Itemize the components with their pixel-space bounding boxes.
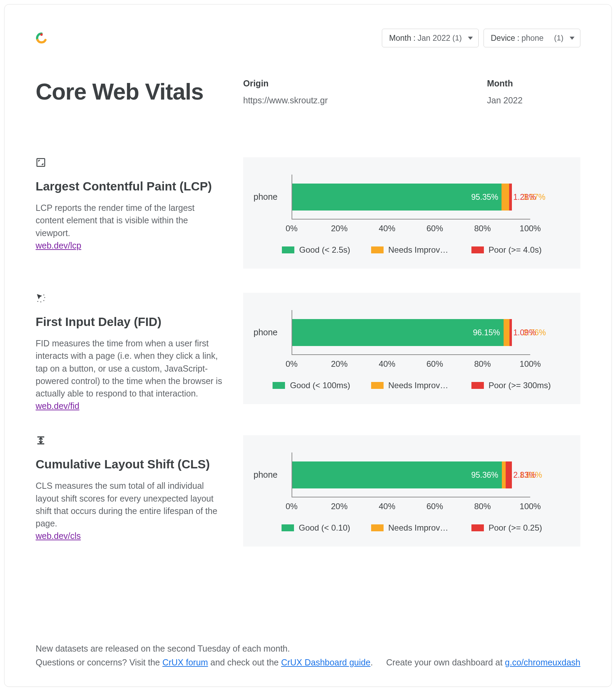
stacked-bar: 95.35% 3.37% 1.28% xyxy=(292,184,512,211)
swatch-icon xyxy=(471,246,484,253)
month-filter-dropdown[interactable]: Month: Jan 2022 (1) xyxy=(382,29,479,47)
legend-poor: Poor (>= 300ms) xyxy=(471,381,551,390)
metric-title: Cumulative Layout Shift (CLS) xyxy=(36,457,222,471)
footer: New datasets are released on the second … xyxy=(36,642,580,669)
poor-value: 1.09% xyxy=(513,328,536,337)
swatch-icon xyxy=(371,382,384,389)
legend-poor: Poor (>= 4.0s) xyxy=(471,245,542,255)
svg-point-0 xyxy=(40,34,43,36)
metric-desc-text: LCP reports the render time of the large… xyxy=(36,202,222,239)
metric-doc-link[interactable]: web.dev/fid xyxy=(36,401,79,411)
device-filter-value: phone xyxy=(522,34,544,43)
svg-point-2 xyxy=(37,301,38,302)
swatch-icon xyxy=(371,246,384,253)
legend-good: Good (< 0.10) xyxy=(282,523,350,533)
swatch-icon xyxy=(282,524,294,531)
metric-doc-link[interactable]: web.dev/cls xyxy=(36,531,81,541)
footer-line2: Questions or concerns? Visit the CrUX fo… xyxy=(36,655,373,669)
axis-tick: 0% xyxy=(286,502,298,511)
legend-poor: Poor (>= 0.25) xyxy=(471,523,542,533)
metric-description: First Input Delay (FID) FID measures the… xyxy=(36,293,243,411)
axis-tick: 60% xyxy=(426,502,443,511)
svg-point-4 xyxy=(44,300,45,301)
bar-segment-needs-improvement: 2.76% xyxy=(504,319,510,346)
metric-title: First Input Delay (FID) xyxy=(36,315,222,329)
legend-needs-improvement: Needs Improvement xyxy=(371,245,451,255)
device-filter-count: (1) xyxy=(554,34,563,43)
axis-tick: 80% xyxy=(474,502,491,511)
axis-tick: 40% xyxy=(379,359,395,369)
good-value: 96.15% xyxy=(473,328,500,337)
axis-tick: 80% xyxy=(474,359,491,369)
svg-rect-1 xyxy=(37,159,45,167)
swatch-icon xyxy=(471,524,484,531)
month-filter-value: Jan 2022 xyxy=(417,34,450,43)
metric-description: Cumulative Layout Shift (CLS) CLS measur… xyxy=(36,435,243,541)
origin-meta: Origin https://www.skroutz.gr xyxy=(243,78,487,105)
axis-tick: 60% xyxy=(426,359,443,369)
metric-row-cls: Cumulative Layout Shift (CLS) CLS measur… xyxy=(36,435,580,547)
chart-legend: Good (< 0.10) Needs Improvement Poor (>=… xyxy=(254,523,570,533)
page-title: Core Web Vitals xyxy=(36,78,243,105)
poor-value: 1.28% xyxy=(513,193,536,202)
crux-forum-link[interactable]: CrUX forum xyxy=(162,657,208,667)
swatch-icon xyxy=(471,382,484,389)
legend-good: Good (< 100ms) xyxy=(273,381,350,390)
chromeuxdash-link[interactable]: g.co/chromeuxdash xyxy=(505,657,580,667)
filter-bar: Month: Jan 2022 (1) Device: phone (1) xyxy=(382,29,580,47)
chart-category-label: phone xyxy=(254,327,278,337)
bar-segment-poor: 1.09% xyxy=(509,319,512,346)
metric-doc-link[interactable]: web.dev/lcp xyxy=(36,241,81,250)
stacked-bar: 96.15% 2.76% 1.09% xyxy=(292,319,512,346)
origin-value: https://www.skroutz.gr xyxy=(243,95,487,105)
caret-down-icon xyxy=(468,37,473,40)
chart-category-label: phone xyxy=(254,470,278,480)
bar-segment-poor: 2.83% xyxy=(506,461,512,488)
legend-needs-improvement: Needs Improve… xyxy=(371,381,451,390)
bar-segment-poor: 1.28% xyxy=(509,184,512,211)
month-value: Jan 2022 xyxy=(487,95,580,105)
lcp-chart: phone 95.35% 3.37% 1.28% 0%20%40%60%80%1… xyxy=(243,157,580,269)
chart-plot-area: 95.36% 1.81% 2.83% xyxy=(292,452,530,497)
bar-segment-good: 95.35% xyxy=(292,184,502,211)
swatch-icon xyxy=(282,246,294,253)
poor-value: 2.83% xyxy=(513,470,536,480)
svg-point-3 xyxy=(40,301,42,302)
good-value: 95.35% xyxy=(471,193,498,202)
device-filter-dropdown[interactable]: Device: phone (1) xyxy=(484,29,580,47)
month-meta: Month Jan 2022 xyxy=(487,78,580,105)
chart-plot-area: 96.15% 2.76% 1.09% xyxy=(292,310,530,355)
fid-icon xyxy=(36,293,222,305)
device-filter-label: Device xyxy=(491,34,515,43)
title-strip: Core Web Vitals Origin https://www.skrou… xyxy=(36,78,580,105)
month-label: Month xyxy=(487,78,580,88)
chart-plot-area: 95.35% 3.37% 1.28% xyxy=(292,175,530,220)
axis-tick: 0% xyxy=(286,224,298,233)
axis-tick: 40% xyxy=(379,502,395,511)
metric-row-lcp: Largest Contentful Paint (LCP) LCP repor… xyxy=(36,157,580,269)
swatch-icon xyxy=(371,524,384,531)
fid-chart: phone 96.15% 2.76% 1.09% 0%20%40%60%80%1… xyxy=(243,293,580,404)
bar-segment-needs-improvement: 1.81% xyxy=(502,461,506,488)
crux-guide-link[interactable]: CrUX Dashboard guide xyxy=(281,657,370,667)
stacked-bar: 95.36% 1.81% 2.83% xyxy=(292,461,512,488)
metrics-list: Largest Contentful Paint (LCP) LCP repor… xyxy=(36,157,580,547)
x-axis-ticks: 0%20%40%60%80%100% xyxy=(292,502,530,511)
good-value: 95.36% xyxy=(471,470,498,480)
x-axis-ticks: 0%20%40%60%80%100% xyxy=(292,359,530,368)
lcp-icon xyxy=(36,157,222,169)
axis-tick: 0% xyxy=(286,359,298,369)
footer-cta: Create your own dashboard at g.co/chrome… xyxy=(386,655,580,669)
footer-line1: New datasets are released on the second … xyxy=(36,642,373,655)
legend-good: Good (< 2.5s) xyxy=(282,245,350,255)
dashboard-card: Month: Jan 2022 (1) Device: phone (1) xyxy=(4,4,612,687)
metric-description: Largest Contentful Paint (LCP) LCP repor… xyxy=(36,157,243,251)
legend-needs-improvement: Needs Improvement xyxy=(371,523,451,533)
cls-chart: phone 95.36% 1.81% 2.83% 0%20%40%60%80%1… xyxy=(243,435,580,547)
bar-segment-needs-improvement: 3.37% xyxy=(502,184,509,211)
axis-tick: 40% xyxy=(379,224,395,233)
axis-tick: 100% xyxy=(520,359,541,369)
cls-icon xyxy=(36,435,222,447)
metric-desc-text: CLS measures the sum total of all indivi… xyxy=(36,479,222,530)
crux-logo xyxy=(36,32,47,44)
